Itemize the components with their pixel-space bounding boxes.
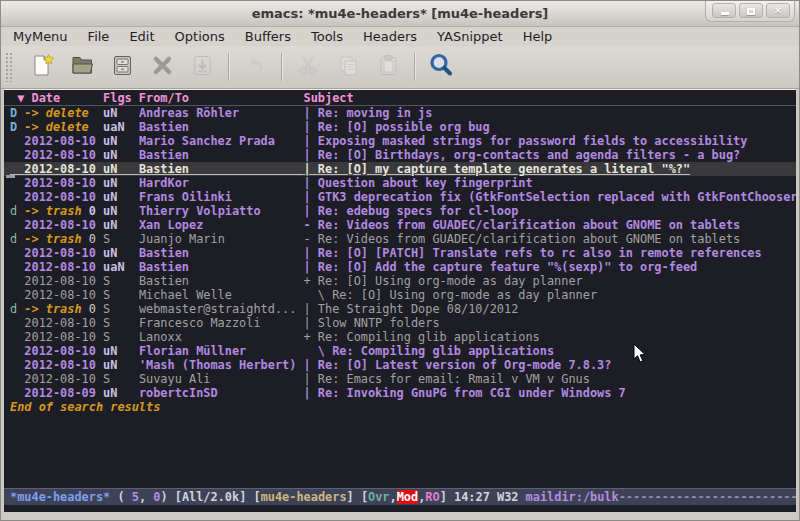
open-folder-button[interactable] bbox=[62, 49, 102, 85]
message-row[interactable]: 2012-08-10 S Lanoxx + Re: Compiling glib… bbox=[4, 330, 796, 344]
menu-item-yasnippet[interactable]: YASnippet bbox=[427, 27, 513, 46]
mode-line-segment: ) bbox=[160, 490, 174, 504]
menu-item-mymenu[interactable]: MyMenu bbox=[3, 27, 78, 46]
minimize-button[interactable] bbox=[712, 3, 736, 18]
menu-item-options[interactable]: Options bbox=[165, 27, 235, 46]
message-row[interactable]: 2012-08-10 uaN Bastien | Re: [O] Add the… bbox=[4, 260, 796, 274]
toolbar-separator bbox=[414, 53, 415, 81]
message-row-text: 2012-08-10 uN Bastien | Re: [O] [PATCH] … bbox=[10, 246, 762, 260]
copy-button bbox=[328, 49, 368, 85]
message-row[interactable]: 2012-08-10 uN 'Mash (Thomas Herbert) | R… bbox=[4, 358, 796, 372]
cut-button bbox=[288, 49, 328, 85]
end-of-results: End of search results bbox=[4, 400, 796, 414]
message-row[interactable]: D -> delete uN Andreas Röhler | Re: movi… bbox=[4, 106, 796, 120]
message-row-text: 2012-08-09 uN robertcInSD | Re: Invoking… bbox=[10, 386, 626, 400]
message-row[interactable]: 2012-08-10 uN Mario Sanchez Prada | Expo… bbox=[4, 134, 796, 148]
message-row-text: 2012-08-10 uN Florian Müllner \ Re: Comp… bbox=[10, 344, 554, 358]
mode-line-segment: *mu4e-headers* bbox=[10, 490, 110, 504]
message-row[interactable]: 2012-08-10 S Michael Welle \ Re: [O] Usi… bbox=[4, 288, 796, 302]
message-row[interactable]: d -> trash 0 S Juanjo Marin - Re: Videos… bbox=[4, 232, 796, 246]
window-buttons: ✕ bbox=[705, 1, 795, 22]
close-button[interactable] bbox=[142, 49, 182, 85]
message-row[interactable]: d -> trash 0 uN Thierry Volpiatto | Re: … bbox=[4, 204, 796, 218]
message-row[interactable]: 2012-08-10 uN Frans Oilinki | GTK3 depre… bbox=[4, 190, 796, 204]
message-row[interactable]: 2012-08-10 uN Bastien | Re: [O] [PATCH] … bbox=[4, 246, 796, 260]
message-row[interactable]: D -> delete uaN Bastien | Re: [O] possib… bbox=[4, 120, 796, 134]
toolbar-drag-handle[interactable] bbox=[5, 52, 14, 82]
mode-line-segment: [ bbox=[253, 490, 260, 504]
echo-area[interactable] bbox=[4, 505, 796, 512]
close-icon bbox=[149, 52, 176, 83]
mode-line-segment: 14:27 W32 bbox=[454, 490, 526, 504]
message-row[interactable]: 2012-08-10 uN Florian Müllner \ Re: Comp… bbox=[4, 344, 796, 358]
search-button[interactable] bbox=[421, 49, 461, 85]
mode-line-segment: [ bbox=[361, 490, 368, 504]
text-cursor bbox=[6, 175, 15, 178]
message-row-text: d -> trash 0 uN Thierry Volpiatto | Re: … bbox=[10, 204, 518, 218]
message-row-text: d -> trash 0 S Juanjo Marin - Re: Videos… bbox=[10, 232, 740, 246]
mode-line-segment: , bbox=[390, 490, 397, 504]
menu-item-buffers[interactable]: Buffers bbox=[235, 27, 301, 46]
open-folder-icon bbox=[69, 52, 96, 83]
title-bar[interactable]: emacs: *mu4e-headers* [mu4e-headers] ✕ bbox=[1, 1, 799, 27]
mode-line-segment: RO bbox=[425, 490, 439, 504]
message-row[interactable]: 2012-08-10 S Francesco Mazzoli | Slow NN… bbox=[4, 316, 796, 330]
close-icon: ✕ bbox=[774, 6, 782, 16]
menu-item-file[interactable]: File bbox=[78, 27, 120, 46]
toolbar-separator bbox=[281, 53, 282, 81]
message-row-text: 2012-08-10 uN Mario Sanchez Prada | Expo… bbox=[10, 134, 747, 148]
window-title: emacs: *mu4e-headers* [mu4e-headers] bbox=[1, 1, 799, 26]
header-line[interactable]: ▼ Date Flgs From/To Subject bbox=[4, 90, 796, 106]
message-row[interactable]: 2012-08-10 uN Bastien | Re: [O] my captu… bbox=[4, 162, 796, 176]
mode-line-segment: ---------------------------------------- bbox=[619, 490, 796, 504]
message-row-text: D -> delete uaN Bastien | Re: [O] possib… bbox=[10, 120, 490, 134]
message-row-text: 2012-08-10 uN Frans Oilinki | GTK3 depre… bbox=[10, 190, 796, 204]
message-row[interactable]: 2012-08-10 uN Xan Lopez - Re: Videos fro… bbox=[4, 218, 796, 232]
message-row-text: 2012-08-10 uN 'Mash (Thomas Herbert) | R… bbox=[10, 358, 611, 372]
message-row[interactable]: 2012-08-10 uN Bastien | Re: [O] Birthday… bbox=[4, 148, 796, 162]
new-file-button[interactable] bbox=[22, 49, 62, 85]
message-row-text: 2012-08-10 uN Bastien | Re: [O] Birthday… bbox=[10, 148, 740, 162]
menu-item-help[interactable]: Help bbox=[513, 27, 563, 46]
save-button[interactable] bbox=[102, 49, 142, 85]
mode-line[interactable]: *mu4e-headers* ( 5, 0) [All/2.0k] [mu4e-… bbox=[4, 488, 796, 505]
new-file-icon bbox=[29, 52, 56, 83]
message-row[interactable]: 2012-08-10 uN HardKor | Question about k… bbox=[4, 176, 796, 190]
save-as-button bbox=[182, 49, 222, 85]
copy-icon bbox=[335, 52, 362, 83]
message-row-text: 2012-08-10 S Lanoxx + Re: Compiling glib… bbox=[10, 330, 540, 344]
message-row-text: 2012-08-10 uN Xan Lopez - Re: Videos fro… bbox=[10, 218, 740, 232]
message-row-text: 2012-08-10 uN HardKor | Question about k… bbox=[10, 176, 533, 190]
message-row[interactable]: d -> trash 0 S webmaster@straightd... | … bbox=[4, 302, 796, 316]
message-row-text: 2012-08-10 uN Bastien | Re: [O] my captu… bbox=[10, 162, 690, 176]
maximize-icon bbox=[747, 8, 755, 15]
menu-item-edit[interactable]: Edit bbox=[119, 27, 164, 46]
mode-line-segment: Mod bbox=[397, 490, 418, 504]
message-row[interactable]: 2012-08-10 S Bastien + Re: [O] Using org… bbox=[4, 274, 796, 288]
mode-line-segment: Ovr bbox=[368, 490, 389, 504]
undo-icon bbox=[242, 52, 269, 83]
mode-line-segment: ] bbox=[440, 490, 454, 504]
menu-item-tools[interactable]: Tools bbox=[301, 27, 353, 46]
mode-line-segment: maildir:/bulk bbox=[526, 490, 619, 504]
close-button[interactable]: ✕ bbox=[766, 3, 790, 18]
undo-button bbox=[235, 49, 275, 85]
maximize-button[interactable] bbox=[739, 3, 763, 18]
save-as-icon bbox=[189, 52, 216, 83]
save-icon bbox=[109, 52, 136, 83]
cut-icon bbox=[295, 52, 322, 83]
message-row[interactable]: 2012-08-10 S Suvayu Ali | Re: Emacs for … bbox=[4, 372, 796, 386]
message-row-text: 2012-08-10 S Bastien + Re: [O] Using org… bbox=[10, 274, 583, 288]
message-row-text: 2012-08-10 uaN Bastien | Re: [O] Add the… bbox=[10, 260, 697, 274]
message-row[interactable]: 2012-08-09 uN robertcInSD | Re: Invoking… bbox=[4, 386, 796, 400]
message-row-text: D -> delete uN Andreas Röhler | Re: movi… bbox=[10, 106, 432, 120]
message-list: D -> delete uN Andreas Röhler | Re: movi… bbox=[4, 106, 796, 400]
headers-buffer: ▼ Date Flgs From/To Subject D -> delete … bbox=[4, 89, 796, 488]
message-row-text: 2012-08-10 S Michael Welle \ Re: [O] Usi… bbox=[10, 288, 597, 302]
emacs-window: emacs: *mu4e-headers* [mu4e-headers] ✕ M… bbox=[0, 0, 800, 521]
minimize-icon bbox=[721, 12, 729, 15]
mode-line-segment: mu4e-headers bbox=[261, 490, 347, 504]
message-row-text: 2012-08-10 S Suvayu Ali | Re: Emacs for … bbox=[10, 372, 590, 386]
paste-button bbox=[368, 49, 408, 85]
menu-item-headers[interactable]: Headers bbox=[353, 27, 427, 46]
